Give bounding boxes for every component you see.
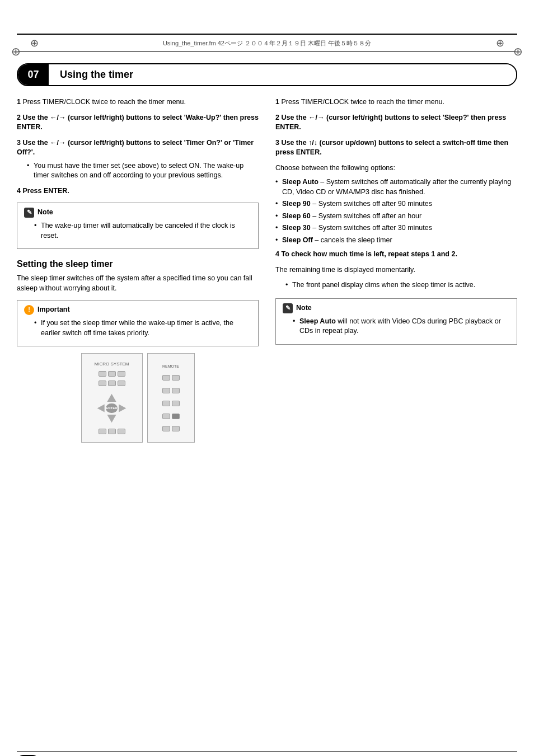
right-step4-text: To check how much time is left, repeat s… <box>281 250 457 258</box>
remote2-row2 <box>162 388 180 393</box>
remote-left-label: MICRO SYSTEM <box>95 361 129 367</box>
note-icon: ✎ <box>24 208 34 218</box>
remote-mid-buttons <box>99 381 125 386</box>
remaining-text: The remaining time is displayed momentar… <box>275 265 517 275</box>
sleep-off-desc: – cancels the sleep timer <box>313 236 392 244</box>
btn9 <box>118 429 125 434</box>
nav-tr <box>118 393 127 403</box>
sleep-options-list: Sleep Auto – System switches off automat… <box>275 177 517 245</box>
sleep-90-label: Sleep 90 <box>282 200 311 208</box>
left-step3-text: Use the ←/→ (cursor left/right) buttons … <box>17 139 254 157</box>
right-note-label: Note <box>296 303 312 313</box>
chapter-title: Using the timer <box>49 64 516 85</box>
left-column: 1 Press TIMER/CLOCK twice to reach the t… <box>17 97 259 448</box>
right-note-header: ✎ Note <box>283 303 510 313</box>
left-step4-num: 4 <box>17 187 21 195</box>
btn2 <box>108 371 116 377</box>
r2-btn6 <box>172 401 180 406</box>
nav-bl <box>96 414 105 424</box>
btn3 <box>118 371 125 377</box>
nav-cross: ENTER <box>96 393 127 424</box>
right-note-box: ✎ Note Sleep Auto will not work with Vid… <box>275 298 517 345</box>
nav-enter: ENTER <box>106 403 117 414</box>
btn8 <box>108 429 116 434</box>
main-content: 1 Press TIMER/CLOCK twice to reach the t… <box>17 97 517 448</box>
top-left-crosshair: ⊕ <box>11 45 21 58</box>
left-note-bullets: The wake-up timer will automatically be … <box>34 221 251 241</box>
file-info-text: Using_the_timer.fm 42ページ ２００４年２月１９日 木曜日 … <box>40 39 494 48</box>
chapter-header: 07 Using the timer <box>17 63 517 86</box>
right-step1-text: Press TIMER/CLOCK twice to reach the tim… <box>281 98 444 106</box>
left-note-label: Note <box>38 208 53 218</box>
chapter-number: 07 <box>18 64 49 85</box>
remote-top-buttons <box>99 371 125 377</box>
r2-btn3 <box>162 388 170 393</box>
left-note-text: The wake-up timer will automatically be … <box>34 221 251 241</box>
left-step1-num: 1 <box>17 98 21 106</box>
remote-right-label: REMOTE <box>162 364 179 368</box>
right-column: 1 Press TIMER/CLOCK twice to reach the t… <box>275 97 517 448</box>
r2-btn4 <box>172 388 180 393</box>
remote2-row4 <box>162 414 180 419</box>
left-step2-text: Use the ←/→ (cursor left/right) buttons … <box>17 114 259 132</box>
left-step2-num: 2 <box>17 114 21 121</box>
right-step3: 3 Use the ↑/↓ (cursor up/down) buttons t… <box>275 138 517 158</box>
right-step4-bullets: The front panel display dims when the sl… <box>285 280 517 290</box>
nav-br <box>118 414 127 424</box>
remote-left: MICRO SYSTEM <box>81 353 143 443</box>
nav-cross-wrapper: ENTER <box>96 393 127 424</box>
nav-left <box>96 403 105 414</box>
bottom-bar: 42 En ⊕ ⊕ ⊕ <box>17 751 517 756</box>
btn6 <box>118 381 125 386</box>
top-right-crosshair: ⊕ <box>513 45 523 58</box>
remote-right: REMOTE <box>147 353 195 443</box>
sleep-option-60: Sleep 60 – System switches off after an … <box>275 212 517 222</box>
right-step4-num: 4 <box>275 250 279 258</box>
btn7 <box>99 429 106 434</box>
sleep-30-desc: – System switches off after 30 minutes <box>311 224 432 232</box>
important-label: Important <box>38 305 70 315</box>
left-step4: 4 Press ENTER. <box>17 186 259 196</box>
sleep-auto-label: Sleep Auto <box>282 178 318 186</box>
right-step1: 1 Press TIMER/CLOCK twice to reach the t… <box>275 97 517 107</box>
important-box: ! Important If you set the sleep timer w… <box>17 300 259 346</box>
important-bullets: If you set the sleep timer while the wak… <box>34 318 251 338</box>
nav-down <box>106 414 117 424</box>
sleep-option-90: Sleep 90 – System switches off after 90 … <box>275 199 517 209</box>
nav-up <box>106 393 117 403</box>
left-step1: 1 Press TIMER/CLOCK twice to reach the t… <box>17 97 259 107</box>
left-step1-text: Press TIMER/CLOCK twice to reach the tim… <box>22 98 186 106</box>
sleep-90-desc: – System switches off after 90 minutes <box>311 200 432 208</box>
remote-bottom-buttons <box>99 429 125 434</box>
sleep-30-label: Sleep 30 <box>282 224 311 232</box>
right-step1-num: 1 <box>275 98 279 106</box>
left-step3: 3 Use the ←/→ (cursor left/right) button… <box>17 138 259 181</box>
sleep-60-label: Sleep 60 <box>282 212 311 220</box>
sleep-option-auto: Sleep Auto – System switches off automat… <box>275 177 517 197</box>
r2-btn1 <box>162 375 170 381</box>
r2-btn2 <box>172 375 180 381</box>
r2-btn8 <box>172 414 180 419</box>
important-header: ! Important <box>24 305 251 315</box>
sleep-timer-desc: The sleep timer switches off the system … <box>17 274 259 293</box>
right-step4: 4 To check how much time is left, repeat… <box>275 250 517 260</box>
btn4 <box>99 381 106 386</box>
r2-btn10 <box>172 426 180 431</box>
r2-btn9 <box>162 426 170 431</box>
important-icon: ! <box>24 305 34 315</box>
left-step3-bullet: You must have the timer set (see above) … <box>27 161 259 181</box>
sleep-60-desc: – System switches off after an hour <box>311 212 421 220</box>
remote-illustration: MICRO SYSTEM <box>17 353 259 443</box>
nav-tl <box>96 393 105 403</box>
right-step2: 2 Use the ←/→ (cursor left/right) button… <box>275 113 517 133</box>
right-step3-text: Use the ↑/↓ (cursor up/down) buttons to … <box>275 139 508 157</box>
important-text: If you set the sleep timer while the wak… <box>34 318 251 338</box>
file-info-bar: Using_the_timer.fm 42ページ ２００４年２月１９日 木曜日 … <box>17 34 517 52</box>
left-step4-text: Press ENTER. <box>22 187 69 195</box>
sleep-option-30: Sleep 30 – System switches off after 30 … <box>275 223 517 233</box>
left-step3-bullets: You must have the timer set (see above) … <box>27 161 259 181</box>
right-step2-num: 2 <box>275 114 279 121</box>
right-note-icon: ✎ <box>283 303 293 313</box>
remote2-row3 <box>162 401 180 406</box>
bar-left-crosshair <box>28 37 40 49</box>
